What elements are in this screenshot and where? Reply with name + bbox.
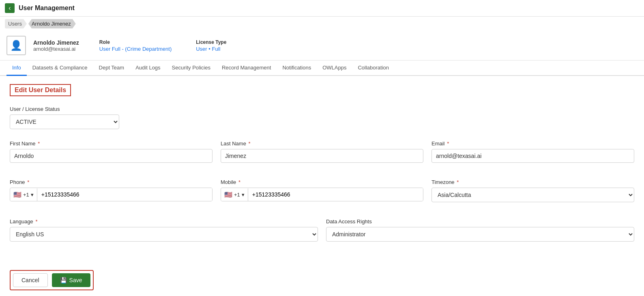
mobile-input-wrap: 🇺🇸 +1 ▾: [221, 188, 423, 201]
tab-dept-team[interactable]: Dept Team: [93, 60, 130, 76]
language-select[interactable]: English US Spanish French German: [10, 227, 318, 242]
phone-dropdown-icon[interactable]: ▾: [31, 192, 34, 198]
phone-timezone-row: Phone * 🇺🇸 +1 ▾ Mobile * 🇺🇸 +1 ▾: [10, 179, 634, 210]
tab-notifications[interactable]: Notifications: [277, 60, 317, 76]
tab-security-policies[interactable]: Security Policies: [166, 60, 216, 76]
email-label: Email *: [431, 140, 634, 147]
save-button[interactable]: 💾 Save: [52, 273, 90, 287]
role-label: Role: [99, 39, 172, 45]
email-required: *: [446, 140, 449, 147]
user-meta: Role User Full - (Crime Department) Lice…: [99, 39, 227, 52]
page-title: User Management: [19, 4, 75, 12]
mobile-required: *: [237, 179, 240, 185]
email-input[interactable]: [431, 149, 634, 163]
phone-flag-emoji: 🇺🇸: [13, 191, 21, 199]
license-value: User • Full: [196, 46, 226, 52]
status-label: User / License Status: [10, 106, 634, 112]
top-bar: ‹ User Management: [0, 0, 644, 17]
main-content: Edit User Details User / License Status …: [0, 76, 644, 296]
tab-audit-logs[interactable]: Audit Logs: [130, 60, 166, 76]
mobile-code: +1: [234, 192, 240, 198]
first-name-group: First Name *: [10, 140, 213, 163]
user-header: 👤 Arnoldo Jimenez arnold@texasai.ai Role…: [0, 31, 644, 60]
status-group: User / License Status ACTIVE INACTIVE SU…: [10, 106, 634, 129]
mobile-input[interactable]: [248, 188, 423, 201]
breadcrumb-users[interactable]: Users: [5, 19, 27, 28]
phone-input-wrap: 🇺🇸 +1 ▾: [10, 188, 213, 201]
timezone-select[interactable]: Asia/Calcutta America/New_York America/L…: [431, 188, 634, 202]
user-email: arnold@texasai.ai: [33, 46, 79, 52]
action-bar: Cancel 💾 Save: [10, 270, 94, 290]
tab-record-management[interactable]: Record Management: [216, 60, 277, 76]
tab-bar: Info Datasets & Compliance Dept Team Aud…: [0, 60, 644, 76]
breadcrumb-current-user[interactable]: Arnoldo Jimenez: [28, 19, 76, 28]
email-group: Email *: [431, 140, 634, 163]
phone-label: Phone *: [10, 179, 213, 185]
phone-group: Phone * 🇺🇸 +1 ▾: [10, 179, 213, 202]
timezone-required: *: [455, 179, 459, 185]
last-name-group: Last Name *: [221, 140, 423, 163]
tab-collaboration[interactable]: Collaboration: [352, 60, 395, 76]
phone-flag[interactable]: 🇺🇸 +1 ▾: [10, 188, 37, 201]
timezone-label: Timezone *: [431, 179, 634, 185]
cancel-button[interactable]: Cancel: [13, 273, 48, 287]
mobile-flag[interactable]: 🇺🇸 +1 ▾: [221, 188, 248, 201]
avatar-icon: 👤: [10, 40, 22, 51]
tab-info[interactable]: Info: [6, 60, 27, 76]
license-group: License Type User • Full: [196, 39, 226, 52]
language-label: Language *: [10, 218, 318, 225]
user-avatar: 👤: [6, 36, 26, 55]
section-title: Edit User Details: [10, 84, 71, 96]
user-name: Arnoldo Jimenez: [33, 39, 79, 46]
save-icon: 💾: [60, 277, 67, 283]
language-required: *: [34, 218, 38, 225]
back-button[interactable]: ‹: [5, 3, 15, 13]
mobile-flag-emoji: 🇺🇸: [224, 191, 232, 199]
language-access-row: Language * English US Spanish French Ger…: [10, 218, 634, 250]
last-name-input[interactable]: [221, 149, 423, 163]
status-select[interactable]: ACTIVE INACTIVE SUSPENDED: [10, 115, 119, 129]
license-label: License Type: [196, 39, 226, 45]
role-value: User Full - (Crime Department): [99, 46, 172, 52]
first-name-label: First Name *: [10, 140, 213, 147]
last-name-label: Last Name *: [221, 140, 423, 147]
data-access-group: Data Access Rights Administrator Read On…: [326, 218, 634, 242]
name-email-row: First Name * Last Name * Email *: [10, 140, 634, 171]
mobile-label: Mobile *: [221, 179, 423, 185]
mobile-dropdown-icon[interactable]: ▾: [242, 192, 245, 198]
phone-required: *: [26, 179, 30, 185]
tab-datasets[interactable]: Datasets & Compliance: [27, 60, 93, 76]
breadcrumb: Users Arnoldo Jimenez: [0, 17, 644, 31]
mobile-group: Mobile * 🇺🇸 +1 ▾: [221, 179, 423, 202]
user-info: Arnoldo Jimenez arnold@texasai.ai: [33, 39, 79, 52]
first-name-required: *: [36, 140, 40, 147]
language-group: Language * English US Spanish French Ger…: [10, 218, 318, 242]
phone-input[interactable]: [37, 188, 212, 201]
last-name-required: *: [247, 140, 251, 147]
data-access-label: Data Access Rights: [326, 218, 634, 225]
timezone-group: Timezone * Asia/Calcutta America/New_Yor…: [431, 179, 634, 202]
role-group: Role User Full - (Crime Department): [99, 39, 172, 52]
tab-owlapps[interactable]: OWLApps: [317, 60, 352, 76]
save-label: Save: [69, 277, 82, 283]
data-access-select[interactable]: Administrator Read Only Editor: [326, 227, 634, 242]
user-avatar-container: 👤 Arnoldo Jimenez arnold@texasai.ai: [6, 36, 79, 55]
first-name-input[interactable]: [10, 149, 213, 163]
phone-code: +1: [23, 192, 29, 198]
